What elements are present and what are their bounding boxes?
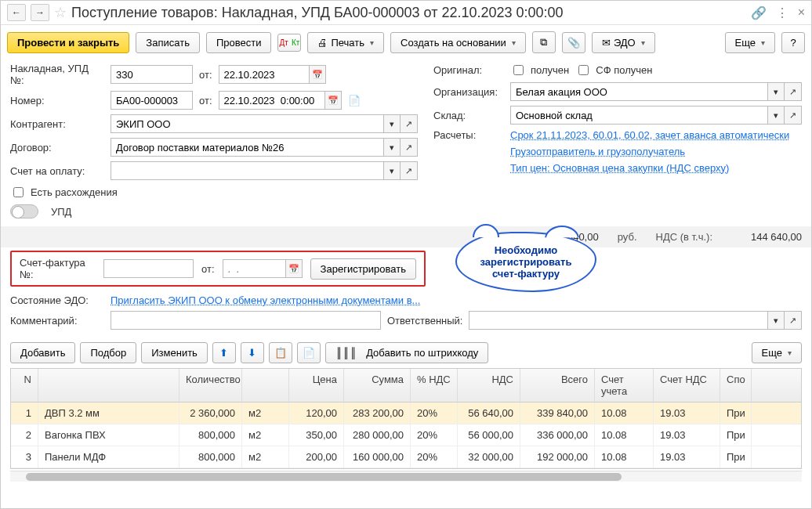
sf-received-label: СФ получен bbox=[596, 64, 652, 76]
warehouse-open[interactable]: ↗ bbox=[785, 106, 802, 125]
cell-acc: 10.08 bbox=[595, 446, 654, 467]
copy-button[interactable]: 📋 bbox=[269, 342, 292, 363]
counterparty-input[interactable] bbox=[111, 114, 383, 133]
counterparty-dropdown[interactable]: ▾ bbox=[383, 114, 401, 133]
invoice-number-label: Накладная, УПД №: bbox=[10, 63, 104, 86]
edo-state-label: Состояние ЭДО: bbox=[10, 294, 104, 306]
add-by-barcode-button[interactable]: ║║║ Добавить по штрихкоду bbox=[325, 342, 488, 363]
from-label-1: от: bbox=[199, 69, 212, 81]
cell-sp: При bbox=[720, 424, 752, 446]
cell-acc-vat: 19.03 bbox=[654, 403, 720, 424]
table-row[interactable]: 1ДВП 3.2 мм2 360,000м2120,00283 200,0020… bbox=[11, 403, 801, 424]
col-sum[interactable]: Сумма bbox=[344, 369, 411, 402]
edo-button[interactable]: ✉ЭДО bbox=[592, 32, 655, 53]
dt-kt-button[interactable]: ДтКт bbox=[277, 34, 301, 52]
horizontal-scrollbar[interactable] bbox=[10, 471, 802, 482]
link-icon[interactable]: 🔗 bbox=[751, 5, 767, 20]
close-icon[interactable]: × bbox=[798, 5, 805, 20]
cell-sum: 283 200,00 bbox=[344, 403, 411, 424]
add-button[interactable]: Добавить bbox=[10, 342, 75, 363]
shipper-link[interactable]: Грузоотправитель и грузополучатель bbox=[510, 146, 685, 157]
sf-number-input[interactable] bbox=[103, 259, 194, 278]
upd-toggle[interactable] bbox=[10, 204, 38, 218]
responsible-input[interactable] bbox=[469, 311, 767, 330]
payment-invoice-input[interactable] bbox=[111, 161, 383, 180]
contract-open[interactable]: ↗ bbox=[401, 138, 418, 157]
cell-name: ДВП 3.2 мм bbox=[38, 403, 179, 424]
calendar-icon-1[interactable]: 📅 bbox=[309, 65, 326, 84]
post-button[interactable]: Провести bbox=[206, 32, 272, 53]
col-vatamt[interactable]: НДС bbox=[458, 369, 520, 402]
post-and-close-button[interactable]: Провести и закрыть bbox=[7, 32, 129, 53]
organization-label: Организация: bbox=[433, 86, 504, 98]
payment-invoice-open[interactable]: ↗ bbox=[401, 161, 418, 180]
discrepancies-label: Есть расхождения bbox=[31, 186, 118, 198]
save-button[interactable]: Записать bbox=[136, 32, 200, 53]
col-n[interactable]: N bbox=[11, 369, 38, 402]
star-icon[interactable]: ☆ bbox=[54, 4, 67, 21]
create-based-on-button[interactable]: Создать на основании bbox=[390, 32, 526, 53]
cell-n: 3 bbox=[11, 446, 38, 467]
number-input[interactable] bbox=[111, 91, 193, 110]
related-button[interactable]: ⧉ bbox=[532, 31, 556, 53]
counterparty-open[interactable]: ↗ bbox=[401, 114, 418, 133]
register-button[interactable]: Зарегистрировать bbox=[310, 258, 416, 280]
invoice-number-input[interactable] bbox=[111, 65, 193, 84]
contract-input[interactable] bbox=[111, 138, 383, 157]
col-acc2[interactable]: Счет НДС bbox=[654, 369, 720, 402]
more-icon[interactable]: ⋮ bbox=[776, 5, 788, 20]
print-button[interactable]: 🖨Печать bbox=[307, 32, 384, 53]
calendar-icon-2[interactable]: 📅 bbox=[324, 91, 342, 110]
col-sp[interactable]: Спо bbox=[720, 369, 752, 402]
organization-open[interactable]: ↗ bbox=[785, 82, 802, 101]
status-icon[interactable]: 📄 bbox=[348, 95, 361, 106]
nav-forward-button[interactable]: → bbox=[31, 4, 49, 21]
datetime-input[interactable] bbox=[219, 91, 324, 110]
table-row[interactable]: 3Панели МДФ800,000м2200,00160 000,0020%3… bbox=[11, 446, 801, 468]
col-acc1[interactable]: Счет учета bbox=[595, 369, 654, 402]
sf-date-input[interactable] bbox=[223, 259, 285, 278]
warehouse-input[interactable] bbox=[510, 106, 767, 125]
cell-sp: При bbox=[720, 403, 752, 424]
table-row[interactable]: 2Вагонка ПВХ800,000м2350,00280 000,0020%… bbox=[11, 424, 801, 446]
received-checkbox[interactable] bbox=[513, 65, 524, 75]
contract-dropdown[interactable]: ▾ bbox=[383, 138, 401, 157]
responsible-open[interactable]: ↗ bbox=[785, 311, 802, 330]
settlements-link[interactable]: Срок 21.11.2023, 60.01, 60.02, зачет ава… bbox=[510, 129, 789, 141]
payment-invoice-dropdown[interactable]: ▾ bbox=[383, 161, 401, 180]
more-button[interactable]: Еще bbox=[725, 32, 775, 53]
col-total[interactable]: Всего bbox=[520, 369, 595, 402]
invoice-date-input[interactable] bbox=[219, 65, 309, 84]
scrollbar-thumb[interactable] bbox=[26, 473, 622, 481]
responsible-dropdown[interactable]: ▾ bbox=[767, 311, 785, 330]
organization-input[interactable] bbox=[510, 82, 767, 101]
help-button[interactable]: ? bbox=[781, 32, 805, 53]
warehouse-dropdown[interactable]: ▾ bbox=[767, 106, 785, 125]
change-button[interactable]: Изменить bbox=[141, 342, 208, 363]
comment-input[interactable] bbox=[111, 311, 381, 330]
sf-received-checkbox[interactable] bbox=[578, 65, 589, 75]
cell-qty: 2 360,000 bbox=[179, 403, 242, 424]
col-name[interactable] bbox=[38, 369, 179, 402]
cell-sum: 280 000,00 bbox=[344, 424, 411, 446]
col-unit[interactable] bbox=[242, 369, 289, 402]
attach-button[interactable]: 📎 bbox=[562, 32, 585, 53]
move-down-button[interactable]: ⬇ bbox=[241, 342, 264, 363]
total-value: 867 840,00 bbox=[528, 231, 599, 243]
edo-state-link[interactable]: Пригласить ЭКИП ООО к обмену электронным… bbox=[111, 294, 420, 306]
select-button[interactable]: Подбор bbox=[80, 342, 136, 363]
sf-calendar-icon[interactable]: 📅 bbox=[285, 259, 303, 278]
price-type-link[interactable]: Тип цен: Основная цена закупки (НДС свер… bbox=[510, 162, 729, 174]
discrepancies-checkbox[interactable] bbox=[13, 187, 24, 197]
edo-icon: ✉ bbox=[602, 37, 611, 49]
paste-button[interactable]: 📄 bbox=[297, 342, 321, 363]
col-vat[interactable]: % НДС bbox=[411, 369, 458, 402]
col-price[interactable]: Цена bbox=[289, 369, 344, 402]
printer-icon: 🖨 bbox=[317, 37, 328, 49]
table-more-button[interactable]: Еще bbox=[752, 342, 802, 363]
move-up-button[interactable]: ⬆ bbox=[212, 342, 236, 363]
organization-dropdown[interactable]: ▾ bbox=[767, 82, 785, 101]
nav-back-button[interactable]: ← bbox=[7, 4, 26, 21]
barcode-label: Добавить по штрихкоду bbox=[366, 347, 478, 359]
col-qty[interactable]: Количество bbox=[179, 369, 242, 402]
